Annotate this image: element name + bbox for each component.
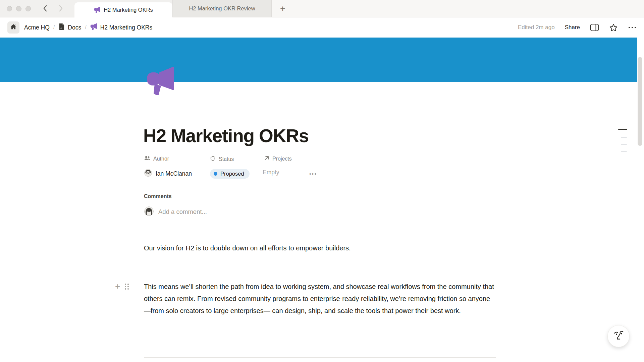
home-button[interactable] xyxy=(7,21,19,34)
window-controls xyxy=(7,6,31,11)
content-divider xyxy=(144,357,496,358)
notion-window: H2 Marketing OKRs H2 Marketing OKR Revie… xyxy=(0,0,644,362)
minimize-window-button[interactable] xyxy=(16,6,21,11)
breadcrumb-item-current-page[interactable]: H2 Marketing OKRs xyxy=(90,22,153,33)
share-button[interactable]: Share xyxy=(565,24,580,31)
zoom-window-button[interactable] xyxy=(25,6,31,11)
paragraph-block[interactable]: Our vision for H2 is to double down on a… xyxy=(144,242,496,254)
outline-marker[interactable] xyxy=(621,144,627,145)
add-comment-row[interactable]: Add a comment... xyxy=(144,206,207,217)
current-user-avatar xyxy=(144,206,154,217)
author-avatar xyxy=(144,169,152,178)
property-label: Author xyxy=(153,156,169,162)
property-label: Projects xyxy=(272,156,292,162)
property-label: Status xyxy=(219,156,234,162)
tab-label: H2 Marketing OKRs xyxy=(104,7,153,13)
megaphone-icon xyxy=(94,7,100,13)
plus-icon: + xyxy=(280,4,285,14)
breadcrumb-separator: / xyxy=(50,24,58,31)
vertical-scrollbar-thumb[interactable] xyxy=(638,57,642,146)
property-value-author[interactable]: Ian McClanan xyxy=(144,169,192,178)
ellipsis-icon: ••• xyxy=(309,171,317,177)
breadcrumb-label: H2 Marketing OKRs xyxy=(100,24,153,31)
breadcrumb: Acme HQ / Docs / H2 Marketing OKRs xyxy=(23,22,153,33)
breadcrumb-label: Acme HQ xyxy=(24,24,50,31)
megaphone-icon xyxy=(90,23,97,32)
forward-arrow-icon[interactable] xyxy=(57,4,64,13)
page-megaphone-icon[interactable] xyxy=(146,67,175,95)
author-name: Ian McClanan xyxy=(156,170,192,177)
toolbar-right: Edited 2m ago Share xyxy=(518,23,637,32)
paragraph-block[interactable]: This means we’ll shorten the path from i… xyxy=(144,281,496,317)
tab-h2-marketing-okr-review[interactable]: H2 Marketing OKR Review xyxy=(172,0,272,17)
property-value-projects[interactable]: Empty xyxy=(263,169,279,176)
page-cover[interactable] xyxy=(0,38,637,82)
people-icon xyxy=(144,156,150,162)
tab-strip-filler xyxy=(272,0,644,17)
side-panel-toggle-icon[interactable] xyxy=(590,23,599,32)
breadcrumb-separator: / xyxy=(82,24,89,31)
status-dot-icon xyxy=(214,172,217,176)
add-block-icon[interactable]: + xyxy=(115,282,120,290)
ai-face-icon xyxy=(613,329,624,343)
outline-marker[interactable] xyxy=(621,151,627,152)
status-spinner-icon xyxy=(210,156,216,163)
page-title[interactable]: H2 Marketing OKRs xyxy=(143,125,309,146)
tab-label: H2 Marketing OKR Review xyxy=(189,5,255,12)
last-edited-text: Edited 2m ago xyxy=(518,24,555,31)
property-header-status[interactable]: Status xyxy=(210,156,234,163)
property-value-status[interactable]: Proposed xyxy=(210,169,250,179)
comments-section-label: Comments xyxy=(144,193,172,199)
status-text: Proposed xyxy=(220,171,244,177)
more-properties-button[interactable]: ••• xyxy=(309,171,317,177)
toolbar: Acme HQ / Docs / H2 Marketing OKRs Edite… xyxy=(0,17,644,38)
outline-marker-active[interactable] xyxy=(618,129,627,130)
tab-strip: H2 Marketing OKRs H2 Marketing OKR Revie… xyxy=(0,0,644,17)
breadcrumb-item-acme-hq[interactable]: Acme HQ xyxy=(23,23,50,33)
document-icon xyxy=(58,23,65,32)
page-content: H2 Marketing OKRs Author Status Projects xyxy=(144,82,496,362)
outline-marker[interactable] xyxy=(621,137,627,138)
tab-h2-marketing-okrs[interactable]: H2 Marketing OKRs xyxy=(74,2,172,17)
breadcrumb-item-docs[interactable]: Docs xyxy=(58,22,82,33)
projects-empty-text: Empty xyxy=(263,169,279,176)
new-tab-button[interactable]: + xyxy=(277,3,288,14)
home-icon xyxy=(10,23,17,32)
back-arrow-icon[interactable] xyxy=(42,4,49,13)
history-nav xyxy=(42,4,64,13)
notion-ai-button[interactable] xyxy=(608,325,629,347)
favorite-star-icon[interactable] xyxy=(609,23,618,32)
properties-table: Author Status Projects Ian McClanan xyxy=(144,156,496,186)
arrow-up-right-icon xyxy=(264,156,269,162)
block-controls: + xyxy=(115,282,129,290)
comment-input-placeholder: Add a comment... xyxy=(158,208,207,216)
status-pill: Proposed xyxy=(210,169,250,179)
section-divider xyxy=(143,230,497,230)
close-window-button[interactable] xyxy=(7,6,12,11)
property-header-projects[interactable]: Projects xyxy=(264,156,292,162)
property-header-author[interactable]: Author xyxy=(144,156,169,162)
more-options-icon[interactable] xyxy=(628,26,637,29)
breadcrumb-label: Docs xyxy=(68,24,81,31)
drag-handle-icon[interactable] xyxy=(125,284,129,290)
